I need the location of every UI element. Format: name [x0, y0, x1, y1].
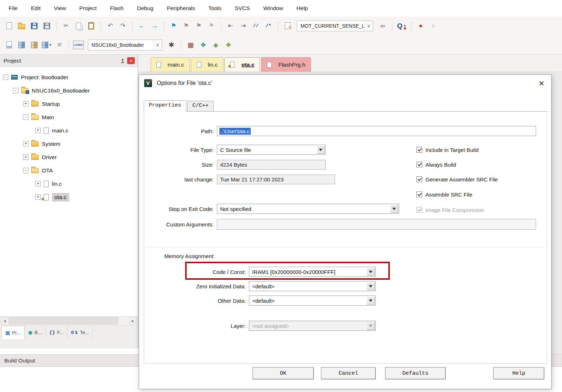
code-const-dropdown[interactable]: IRAM1 [0x20000000-0x20000FFF] [249, 267, 376, 277]
expand-icon[interactable]: + [35, 128, 41, 133]
editor-tab-ota-c[interactable]: ota.c [224, 57, 260, 72]
panel-tab-books[interactable]: ◉ B... [24, 326, 46, 339]
options-for-target-button[interactable]: ✱ [166, 40, 177, 50]
tree-item-project-root[interactable]: - Project: Bootloader [0, 71, 138, 84]
editor-tab-main-c[interactable]: main.c [151, 57, 190, 72]
zero-initialized-data-dropdown[interactable]: <default> [249, 281, 376, 291]
insert-bookmark-button[interactable]: ⚑ [168, 21, 179, 31]
tree-item-driver[interactable]: + Driver [0, 150, 138, 164]
dropdown-arrow-icon[interactable] [390, 205, 398, 213]
scroll-left-button[interactable]: ◄ [1, 317, 9, 324]
path-input[interactable]: ..\User\ota.c [217, 126, 536, 136]
pack-installer-button[interactable]: ❖ [223, 40, 234, 50]
tree-item-system[interactable]: + System [0, 137, 138, 150]
find-combobox[interactable]: MOT_CURRENT_SENSE_L ∨ [297, 21, 373, 31]
manage-rte-button[interactable]: ❖ [198, 40, 209, 50]
checkbox-include-in-target-build[interactable]: Include in Target Build [416, 146, 478, 154]
uncomment-selection-button[interactable]: /* [263, 21, 274, 31]
checkbox-always-build[interactable]: Always Build [416, 161, 456, 168]
next-bookmark-button[interactable]: ⚑ [193, 21, 204, 31]
menu-view[interactable]: View [54, 5, 66, 12]
editor-tab-flashprg-h[interactable]: FlashPrg.h [261, 57, 311, 72]
menu-peripherals[interactable]: Peripherals [167, 5, 195, 12]
checkbox-assemble-src-file[interactable]: Assemble SRC File [416, 190, 472, 198]
undo-button[interactable]: ↶ [105, 21, 116, 31]
editor-tab-lin-c[interactable]: lin.c [191, 57, 224, 72]
save-button[interactable] [29, 21, 40, 31]
dropdown-arrow-icon[interactable] [367, 297, 375, 305]
build-button[interactable] [16, 40, 27, 50]
scroll-right-button[interactable]: ► [129, 317, 137, 324]
expand-icon[interactable]: + [23, 141, 28, 147]
find-in-files-button[interactable]: ✎ [282, 21, 293, 31]
project-hscrollbar[interactable]: ◄ ► [0, 316, 138, 325]
dialog-close-button[interactable]: × [535, 77, 548, 90]
panel-close-button[interactable]: × [127, 57, 135, 64]
menu-svcs[interactable]: SVCS [235, 5, 250, 12]
dialog-titlebar[interactable]: V Options for File 'ota.c' [139, 75, 551, 91]
new-file-button[interactable] [4, 21, 14, 31]
menu-debug[interactable]: Debug [137, 5, 153, 12]
previous-bookmark-button[interactable]: ⚑ [181, 21, 192, 31]
translate-button[interactable] [4, 40, 14, 50]
navigate-back-button[interactable]: ← [137, 21, 147, 31]
collapse-icon[interactable]: - [23, 114, 28, 120]
expand-icon[interactable]: + [23, 154, 28, 160]
chevron-down-icon[interactable]: ∨ [153, 40, 162, 50]
search-button[interactable]: ∞ [377, 21, 388, 31]
collapse-icon[interactable]: - [13, 88, 18, 93]
tree-item-lin-c[interactable]: + lin.c [0, 177, 138, 190]
tree-item-main[interactable]: - Main [0, 111, 138, 124]
menu-flash[interactable]: Flash [110, 5, 124, 12]
expand-icon[interactable]: + [35, 181, 41, 186]
tab-c-cpp[interactable]: C/C++ [187, 101, 214, 111]
other-data-dropdown[interactable]: <default> [249, 296, 376, 306]
paste-button[interactable] [86, 21, 97, 31]
chevron-down-icon[interactable]: ∨ [364, 21, 373, 31]
menu-help[interactable]: Help [296, 5, 308, 12]
panel-tab-templates[interactable]: 0↴ Te... [68, 326, 93, 339]
stop-on-exit-dropdown[interactable]: Not specified [217, 204, 399, 214]
ok-button[interactable]: OK [253, 367, 314, 379]
comment-selection-button[interactable]: // [250, 21, 261, 31]
menu-edit[interactable]: Edit [31, 5, 41, 12]
outdent-button[interactable]: ⇤ [225, 21, 236, 31]
target-combobox[interactable]: NSUC16x0_Bootloader ∨ [88, 40, 162, 50]
dropdown-arrow-icon[interactable] [367, 268, 375, 276]
menu-file[interactable]: File [9, 5, 18, 12]
insert-breakpoint-button[interactable]: ● [415, 21, 426, 31]
dropdown-arrow-icon[interactable] [367, 282, 375, 290]
manage-project-items-button[interactable]: ▦ [185, 40, 196, 50]
dropdown-arrow-icon[interactable] [317, 146, 325, 154]
clear-bookmarks-button[interactable]: ⚑ [206, 21, 217, 31]
collapse-icon[interactable]: - [3, 75, 8, 80]
navigate-forward-button[interactable]: → [149, 21, 160, 31]
panel-tab-project[interactable]: ▤ Pr... [1, 326, 24, 339]
software-packs-button[interactable]: ◈ [210, 40, 221, 50]
help-button[interactable]: Help [493, 367, 544, 379]
cut-button[interactable]: ✂ [61, 21, 71, 31]
menu-window[interactable]: Window [263, 5, 283, 12]
enable-breakpoint-button[interactable]: ○ [428, 21, 439, 31]
redo-button[interactable]: ↷ [117, 21, 128, 31]
collapse-icon[interactable]: - [23, 168, 28, 173]
rebuild-button[interactable] [29, 40, 40, 50]
save-all-button[interactable] [41, 21, 52, 31]
batch-build-button[interactable]: ▼ [41, 40, 52, 50]
checkbox-generate-assembler-src[interactable]: Generate Assembler SRC File [416, 175, 498, 183]
menu-project[interactable]: Project [79, 5, 97, 12]
tree-item-main-c[interactable]: + main.c [0, 124, 138, 137]
lookup-button[interactable]: Q ▼ [396, 21, 407, 31]
tree-item-ota[interactable]: - OTA [0, 164, 138, 177]
expand-icon[interactable]: + [23, 101, 28, 107]
stop-build-button[interactable]: ✖ [54, 40, 65, 50]
pin-icon[interactable] [120, 59, 125, 63]
download-button[interactable]: LOAD [73, 40, 84, 50]
open-file-button[interactable] [16, 21, 27, 31]
file-type-dropdown[interactable]: C Source file [217, 145, 326, 155]
tree-item-nsuc16x0-bootloader[interactable]: - NSUC16x0_Bootloader [0, 84, 138, 97]
scrollbar-thumb[interactable] [9, 317, 118, 324]
indent-button[interactable]: ⇥ [238, 21, 249, 31]
tree-item-ota-c[interactable]: + ota.c [0, 190, 138, 204]
menu-tools[interactable]: Tools [208, 5, 221, 12]
